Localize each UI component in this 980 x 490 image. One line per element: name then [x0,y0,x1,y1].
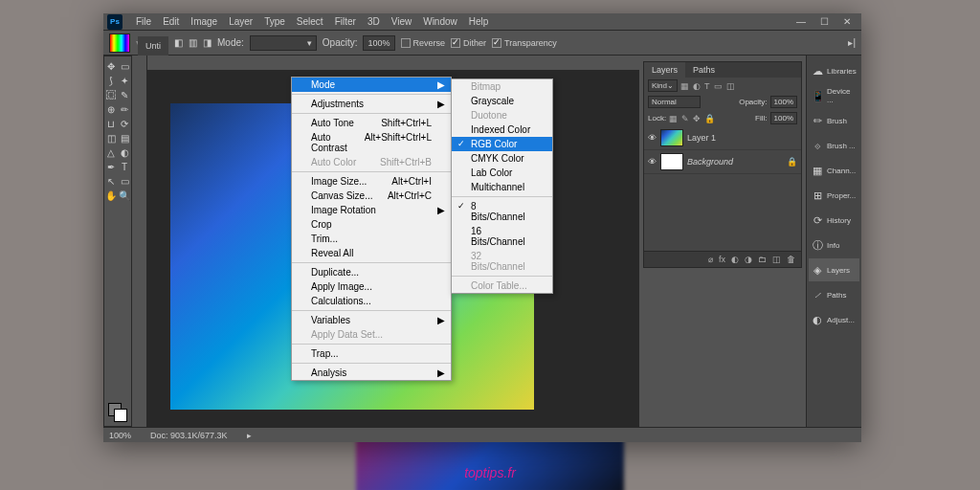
menu-file[interactable]: File [130,14,157,29]
menu-auto-contrast[interactable]: Auto ContrastAlt+Shift+Ctrl+L [292,130,451,155]
reverse-checkbox[interactable]: Reverse [401,38,446,48]
layer-filter-select[interactable]: Kind ⌄ [648,79,678,92]
trash-icon[interactable]: 🗑 [787,255,795,264]
diamond-icon[interactable]: ◨ [203,37,212,48]
close-icon[interactable]: ✕ [842,16,852,27]
type-tool-icon[interactable]: T [119,161,130,172]
menu-layer[interactable]: Layer [223,14,258,29]
panel-adjust[interactable]: ◐Adjust... [809,308,859,331]
maximize-icon[interactable]: ☐ [819,16,829,27]
tab-paths[interactable]: Paths [685,62,723,78]
minimize-icon[interactable]: — [796,16,806,27]
mode-rgb[interactable]: ✓RGB Color [452,137,552,151]
lock-transparent-icon[interactable]: ▦ [669,114,678,123]
panel-info[interactable]: ⓘInfo [809,234,859,256]
panel-brush-settings[interactable]: ⟐Brush ... [809,134,859,157]
menu-reveal-all[interactable]: Reveal All [292,246,451,260]
lasso-tool-icon[interactable]: ⟆ [105,75,117,86]
layer-name[interactable]: Layer 1 [687,133,716,143]
color-swatches[interactable] [108,403,127,422]
fx-icon[interactable]: fx [719,255,725,264]
mode-16bits[interactable]: 16 Bits/Channel [452,224,552,249]
menu-variables[interactable]: Variables▶ [292,313,451,327]
mode-cmyk[interactable]: CMYK Color [452,151,552,166]
mask-icon[interactable]: ◐ [731,255,739,264]
blend-mode-select[interactable]: ▾ [250,35,317,51]
menu-edit[interactable]: Edit [157,14,185,29]
panel-brush[interactable]: ✏Brush [809,109,859,132]
move-tool-icon[interactable]: ✥ [105,60,117,72]
menu-adjustments[interactable]: Adjustments▶ [292,97,451,111]
menu-type[interactable]: Type [258,14,291,29]
dither-checkbox[interactable]: Dither [451,38,486,48]
wand-tool-icon[interactable]: ✦ [119,75,130,86]
gradient-tool-icon[interactable]: ▤ [119,132,130,144]
lock-pixels-icon[interactable]: ✎ [681,114,689,123]
blur-tool-icon[interactable]: △ [105,146,117,158]
filter-adjust-icon[interactable]: ◐ [693,81,701,91]
marquee-tool-icon[interactable]: ▭ [119,60,130,72]
menu-auto-color[interactable]: Auto ColorShift+Ctrl+B [292,155,451,169]
blend-mode-select[interactable]: Normal [648,96,701,108]
angle-icon[interactable]: ◧ [174,37,183,48]
visibility-icon[interactable]: 👁 [648,133,657,143]
panel-libraries[interactable]: ☁Libraries [809,59,859,82]
dodge-tool-icon[interactable]: ◐ [119,146,130,158]
panel-properties[interactable]: ⊞Proper... [809,184,859,207]
panel-device[interactable]: 📱Device ... [809,84,859,107]
menu-filter[interactable]: Filter [329,14,362,29]
panel-layers[interactable]: ◈Layers [809,258,859,281]
history-brush-icon[interactable]: ⟳ [119,118,130,129]
filter-shape-icon[interactable]: ▭ [714,81,723,91]
layer-name[interactable]: Background [687,157,733,167]
brush-tool-icon[interactable]: ✏ [119,103,130,115]
panel-menu-icon[interactable]: ▸| [848,37,856,48]
adjustment-icon[interactable]: ◑ [745,255,752,264]
menu-help[interactable]: Help [463,14,495,29]
filter-pixel-icon[interactable]: ▦ [680,81,689,91]
opacity-field[interactable]: 100% [363,35,394,51]
menu-duplicate[interactable]: Duplicate... [292,265,451,279]
menu-analysis[interactable]: Analysis▶ [292,366,451,380]
zoom-tool-icon[interactable]: 🔍 [119,189,130,201]
reflected-icon[interactable]: ▥ [189,37,197,48]
menu-crop[interactable]: Crop [292,217,451,232]
menu-mode[interactable]: Mode▶ [292,78,451,92]
path-tool-icon[interactable]: ↖ [105,175,117,187]
new-layer-icon[interactable]: ◫ [772,255,781,264]
pen-tool-icon[interactable]: ✒ [105,161,117,172]
menu-trap[interactable]: Trap... [292,346,451,361]
zoom-level[interactable]: 100% [109,431,131,440]
gradient-swatch[interactable] [109,33,130,53]
menu-image-size[interactable]: Image Size...Alt+Ctrl+I [292,174,451,189]
heal-tool-icon[interactable]: ⊕ [105,103,117,115]
filter-smart-icon[interactable]: ◫ [726,81,735,91]
mode-lab[interactable]: Lab Color [452,166,552,180]
mode-multichannel[interactable]: Multichannel [452,180,552,194]
menu-3d[interactable]: 3D [362,14,386,29]
eraser-tool-icon[interactable]: ◫ [105,132,117,144]
layer-row[interactable]: 👁 Background 🔒 [644,150,801,174]
menu-image[interactable]: Image [185,14,223,29]
mode-indexed[interactable]: Indexed Color [452,122,552,137]
eyedropper-tool-icon[interactable]: ✎ [119,89,130,100]
lock-position-icon[interactable]: ✥ [693,114,701,123]
shape-tool-icon[interactable]: ▭ [119,175,130,187]
panel-history[interactable]: ⟳History [809,209,859,232]
link-layers-icon[interactable]: ⌀ [708,255,713,264]
menu-image-rotation[interactable]: Image Rotation▶ [292,203,451,217]
menu-view[interactable]: View [386,14,418,29]
lock-all-icon[interactable]: 🔒 [704,114,715,123]
filter-type-icon[interactable]: T [704,81,710,91]
menu-select[interactable]: Select [291,14,329,29]
layer-opacity-field[interactable]: 100% [770,96,797,108]
visibility-icon[interactable]: 👁 [648,157,657,167]
menu-apply-image[interactable]: Apply Image... [292,279,451,294]
hand-tool-icon[interactable]: ✋ [105,189,117,201]
panel-paths[interactable]: ⟋Paths [809,283,859,306]
crop-tool-icon[interactable]: ⿴ [105,89,117,100]
doc-info[interactable]: Doc: 903.1K/677.3K [150,431,228,440]
panel-channels[interactable]: ▦Chann... [809,159,859,182]
stamp-tool-icon[interactable]: ⊔ [105,118,117,129]
layer-fill-field[interactable]: 100% [770,112,797,124]
